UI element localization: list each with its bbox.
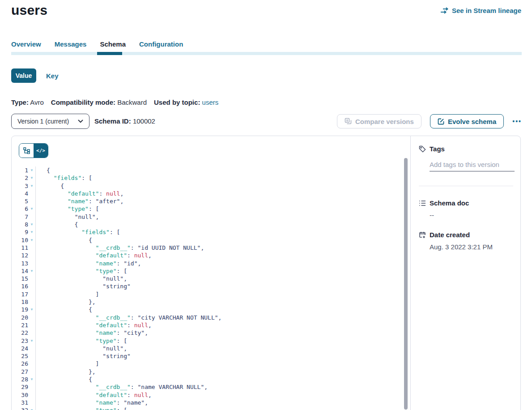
code-text: { xyxy=(36,376,92,383)
collapse-caret-icon[interactable]: ▼ xyxy=(28,174,36,182)
code-line: 32▼ "type": [ xyxy=(12,406,404,410)
code-text: }, xyxy=(36,298,96,306)
schema-type: Type: Avro xyxy=(11,98,44,106)
code-line: 21 "default": null, xyxy=(12,321,404,329)
tab-configuration[interactable]: Configuration xyxy=(139,40,183,48)
line-number: 16 xyxy=(12,282,28,290)
value-toggle-button[interactable]: Value xyxy=(11,68,36,83)
code-text: { xyxy=(36,221,78,228)
lineage-link-label: See in Stream lineage xyxy=(452,7,521,14)
code-line: 24 "null", xyxy=(12,345,404,352)
tags-input[interactable] xyxy=(430,160,515,171)
code-text: ] xyxy=(36,360,99,367)
evolve-schema-button[interactable]: Evolve schema xyxy=(430,114,504,128)
tab-messages[interactable]: Messages xyxy=(55,40,87,48)
view-mode-toggle: </> xyxy=(19,143,48,158)
caret-spacer xyxy=(28,190,36,197)
code-line: 25 "string" xyxy=(12,352,404,360)
code-text: "default": null, xyxy=(36,190,123,197)
caret-spacer xyxy=(28,260,36,267)
caret-spacer xyxy=(28,321,36,329)
see-in-stream-lineage-link[interactable]: See in Stream lineage xyxy=(440,7,521,14)
line-number: 25 xyxy=(12,352,28,360)
line-number: 31 xyxy=(12,399,28,406)
line-number: 1 xyxy=(12,167,28,174)
caret-spacer xyxy=(28,213,36,221)
line-number: 5 xyxy=(12,197,28,205)
schema-id: Schema ID: 100002 xyxy=(94,117,155,125)
line-number: 32 xyxy=(12,406,28,410)
version-bar: Version 1 (current) Schema ID: 100002 Co… xyxy=(11,114,522,129)
line-number: 2 xyxy=(12,174,28,182)
code-line: 15 "null", xyxy=(12,275,404,282)
caret-spacer xyxy=(28,197,36,205)
line-number: 8 xyxy=(12,221,28,228)
code-line: 22 "name": "city", xyxy=(12,329,404,337)
collapse-caret-icon[interactable]: ▼ xyxy=(28,406,36,410)
value-key-toggle: Value Key xyxy=(11,68,59,83)
code-text: "__crdb__": "name VARCHAR NULL", xyxy=(36,383,208,391)
tab-active-indicator xyxy=(97,52,122,55)
code-line: 14▼ "type": [ xyxy=(12,267,404,275)
collapse-caret-icon[interactable]: ▼ xyxy=(28,267,36,275)
line-number: 21 xyxy=(12,321,28,329)
collapse-caret-icon[interactable]: ▼ xyxy=(28,337,36,345)
key-toggle-button[interactable]: Key xyxy=(46,72,59,80)
tree-view-button[interactable] xyxy=(19,144,34,158)
edit-icon xyxy=(438,118,444,125)
tab-schema[interactable]: Schema xyxy=(100,40,126,48)
code-text: }, xyxy=(36,368,96,376)
code-line: 16 "string" xyxy=(12,282,404,290)
code-line: 2▼ "fields": [ xyxy=(12,174,404,182)
code-line: 7 "null", xyxy=(12,213,404,221)
version-select-value: Version 1 (current) xyxy=(17,118,69,125)
type-value: Avro xyxy=(30,98,44,106)
collapse-caret-icon[interactable]: ▼ xyxy=(28,376,36,383)
line-number: 10 xyxy=(12,236,28,244)
collapse-caret-icon[interactable]: ▼ xyxy=(28,182,36,190)
tab-overview[interactable]: Overview xyxy=(11,40,41,48)
line-number: 12 xyxy=(12,252,28,259)
caret-spacer xyxy=(28,244,36,252)
schema-doc-value: -- xyxy=(430,211,513,219)
code-view-button[interactable]: </> xyxy=(34,144,48,158)
topic-link[interactable]: users xyxy=(202,98,219,106)
collapse-caret-icon[interactable]: ▼ xyxy=(28,205,36,213)
compatibility-mode: Compatibility mode: Backward xyxy=(51,98,147,106)
line-number: 27 xyxy=(12,368,28,376)
sidebar-divider xyxy=(419,186,513,186)
page-title: users xyxy=(11,3,47,18)
collapse-caret-icon[interactable]: ▼ xyxy=(28,228,36,236)
collapse-caret-icon[interactable]: ▼ xyxy=(28,306,36,313)
compat-value: Backward xyxy=(117,98,147,106)
code-line: 1▼{ xyxy=(12,167,404,174)
code-text: "name": "name", xyxy=(36,399,148,406)
code-text: { xyxy=(36,182,64,190)
collapse-caret-icon[interactable]: ▼ xyxy=(28,167,36,174)
line-number: 15 xyxy=(12,275,28,282)
code-line: 31 "name": "name", xyxy=(12,399,404,406)
date-created-title: Date created xyxy=(430,231,470,239)
code-text: "null", xyxy=(36,345,127,352)
code-scrollbar[interactable] xyxy=(404,158,408,410)
used-by-topic: Used by topic: users xyxy=(154,98,218,106)
tab-bar: Overview Messages Schema Configuration xyxy=(11,40,183,48)
collapse-caret-icon[interactable]: ▼ xyxy=(28,221,36,228)
code-line: 18 }, xyxy=(12,298,404,306)
caret-spacer xyxy=(28,252,36,259)
code-line: 5 "name": "after", xyxy=(12,197,404,205)
caret-spacer xyxy=(28,383,36,391)
tree-view-icon xyxy=(23,147,30,154)
caret-spacer xyxy=(28,314,36,321)
code-line: 6▼ "type": [ xyxy=(12,205,404,213)
line-number: 26 xyxy=(12,360,28,367)
evolve-schema-label: Evolve schema xyxy=(448,118,496,125)
collapse-caret-icon[interactable]: ▼ xyxy=(28,236,36,244)
version-select[interactable]: Version 1 (current) xyxy=(11,114,89,129)
schema-id-label: Schema ID: xyxy=(94,117,131,125)
compat-label: Compatibility mode: xyxy=(51,98,115,106)
more-options-button[interactable]: ••• xyxy=(512,118,522,125)
line-number: 29 xyxy=(12,383,28,391)
compare-versions-button[interactable]: Compare versions xyxy=(337,114,421,128)
code-text: { xyxy=(36,236,92,244)
